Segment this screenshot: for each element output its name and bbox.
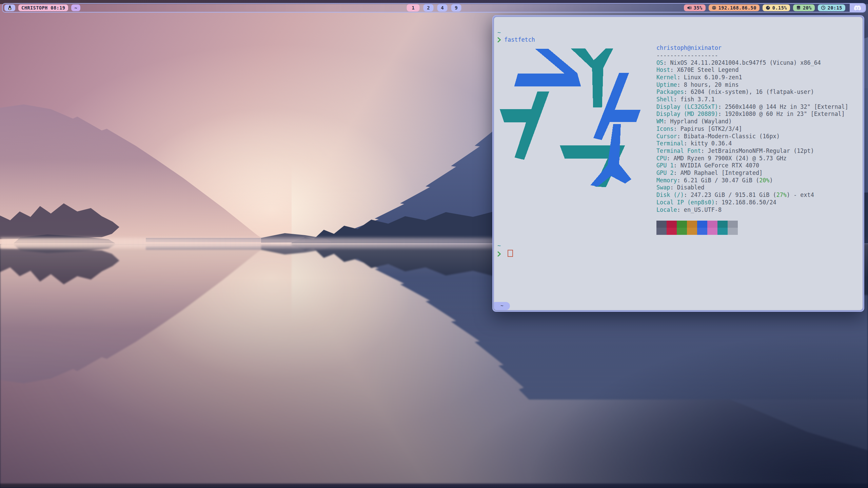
palette-swatch bbox=[667, 221, 677, 228]
fastfetch-lines: OS: NixOS 24.11.20241004.bc947f5 (Vicuna… bbox=[656, 59, 848, 214]
desktop: CHRISTOPH 08:19 ~ 1249 35% 192.168.86.50 bbox=[0, 0, 868, 488]
terminal-content: ~ fastfetch bbox=[494, 17, 863, 310]
fastfetch-title: christoph@nixinator bbox=[656, 44, 848, 52]
fastfetch-line: Swap: Disabled bbox=[656, 184, 848, 191]
terminal-cursor bbox=[508, 250, 513, 257]
network-module[interactable]: 192.168.86.50 bbox=[709, 4, 760, 11]
fastfetch-line: Uptime: 8 hours, 20 mins bbox=[656, 81, 848, 89]
workspace-9[interactable]: 9 bbox=[451, 4, 461, 12]
palette-swatch bbox=[677, 221, 687, 228]
fastfetch-line: GPU 1: NVIDIA GeForce RTX 4070 bbox=[656, 162, 848, 169]
launcher-button[interactable] bbox=[4, 4, 15, 11]
clock-icon bbox=[821, 5, 826, 10]
fastfetch-line: Display (MD 20889): 1920x1080 @ 60 Hz in… bbox=[656, 110, 848, 118]
kitty-tab-bar: ~ bbox=[494, 301, 863, 310]
palette-swatch bbox=[697, 221, 707, 228]
prompt2-chevron-icon bbox=[497, 250, 504, 258]
fastfetch-line: CPU: AMD Ryzen 9 7900X (24) @ 5.73 GHz bbox=[656, 155, 848, 162]
database-icon bbox=[796, 5, 801, 10]
palette-swatch bbox=[687, 221, 697, 228]
palette-swatch bbox=[677, 228, 687, 235]
palette-swatch bbox=[667, 228, 677, 235]
globe-icon bbox=[712, 5, 716, 10]
terminal-color-palette bbox=[656, 221, 848, 235]
system-tray bbox=[850, 4, 865, 12]
palette-swatch bbox=[717, 228, 728, 235]
fastfetch-output: christoph@nixinator ------------------ O… bbox=[497, 44, 863, 235]
volume-module[interactable]: 35% bbox=[684, 4, 706, 11]
speaker-icon bbox=[687, 5, 692, 10]
prompt2-input-line[interactable] bbox=[497, 250, 863, 258]
tux-icon bbox=[7, 5, 12, 10]
clock-module[interactable]: 20:15 bbox=[818, 4, 845, 11]
palette-swatch bbox=[687, 228, 697, 235]
network-ip: 192.168.86.50 bbox=[718, 5, 756, 11]
fastfetch-line: Icons: Papirus [GTK2/3/4] bbox=[656, 125, 848, 133]
fastfetch-line: Locale: en_US.UTF-8 bbox=[656, 206, 848, 214]
fastfetch-line: Display (LC32G5xT): 868x488 @ 144 Hz i… bbox=[656, 103, 848, 111]
palette-swatch bbox=[707, 228, 717, 235]
memory-value: 20% bbox=[803, 5, 812, 11]
gauge-icon bbox=[766, 5, 770, 10]
volume-value: 35% bbox=[694, 5, 703, 11]
workspace-2[interactable]: 2 bbox=[423, 4, 434, 12]
palette-swatch bbox=[656, 228, 667, 235]
fastfetch-line: Disk (/): 247.23 GiB / 915.81 GiB (27%) … bbox=[656, 191, 848, 199]
fastfetch-line: Host: X670E Steel Legend bbox=[656, 66, 848, 74]
cpu-module[interactable]: 0.15% bbox=[763, 4, 790, 11]
fastfetch-line: Kernel: Linux 6.10.9-zen1 bbox=[656, 74, 848, 81]
prompt-chevron-icon bbox=[497, 36, 504, 44]
workspace-4[interactable]: 4 bbox=[437, 4, 448, 12]
prompt2-cwd: ~ bbox=[497, 242, 863, 250]
bar-right-modules: 35% 192.168.86.50 0.15% bbox=[684, 4, 865, 12]
palette-swatch bbox=[656, 221, 667, 228]
prompt-command-line: fastfetch bbox=[497, 36, 863, 44]
fastfetch-line: Cursor: Bibata-Modern-Classic (16px) bbox=[656, 133, 848, 140]
clock-value: 20:15 bbox=[828, 5, 842, 11]
fastfetch-line: Memory: 6.21 GiB / 30.47 GiB (20%) bbox=[656, 177, 848, 184]
fastfetch-line: GPU 2: AMD Raphael [Integrated] bbox=[656, 169, 848, 177]
bar-clock-date[interactable]: CHRISTOPH 08:19 bbox=[18, 4, 68, 11]
memory-module[interactable]: 20% bbox=[793, 4, 815, 11]
status-bar: CHRISTOPH 08:19 ~ 1249 35% 192.168.86.50 bbox=[2, 3, 866, 13]
nixos-logo bbox=[498, 45, 644, 235]
tab-home[interactable]: ~ bbox=[494, 302, 510, 310]
palette-swatch bbox=[728, 221, 738, 228]
fastfetch-line: Local IP (enp8s0): 192.168.86.50/24 bbox=[656, 199, 848, 206]
palette-swatch bbox=[707, 221, 717, 228]
fastfetch-line: Terminal Font: JetBrainsMonoNFM-Regular … bbox=[656, 147, 848, 155]
fastfetch-separator: ------------------ bbox=[656, 52, 848, 59]
fastfetch-line: WM: Hyprland (Wayland) bbox=[656, 118, 848, 125]
kitty-terminal-window[interactable]: ~ fastfetch bbox=[492, 15, 864, 312]
prompt-cwd: ~ bbox=[497, 29, 863, 37]
workspace-1[interactable]: 1 bbox=[407, 4, 420, 12]
discord-icon[interactable] bbox=[854, 5, 861, 11]
bar-left-modules: CHRISTOPH 08:19 ~ bbox=[3, 4, 80, 11]
fastfetch-info: christoph@nixinator ------------------ O… bbox=[656, 44, 848, 235]
palette-swatch bbox=[717, 221, 728, 228]
fastfetch-line: Packages: 6204 (nix-system), 16 (flatpak… bbox=[656, 88, 848, 96]
fastfetch-line: Terminal: kitty 0.36.4 bbox=[656, 140, 848, 147]
palette-swatch bbox=[728, 228, 738, 235]
bar-cwd[interactable]: ~ bbox=[71, 4, 80, 11]
fastfetch-line: OS: NixOS 24.11.20241004.bc947f5 (Vicuna… bbox=[656, 59, 848, 67]
workspaces: 1249 bbox=[407, 4, 461, 12]
fastfetch-line: Shell: fish 3.7.1 bbox=[656, 96, 848, 103]
command-text: fastfetch bbox=[504, 36, 535, 43]
palette-swatch bbox=[697, 228, 707, 235]
cpu-value: 0.15% bbox=[772, 5, 787, 11]
terminal-scrollback: ~ fastfetch bbox=[494, 17, 863, 301]
